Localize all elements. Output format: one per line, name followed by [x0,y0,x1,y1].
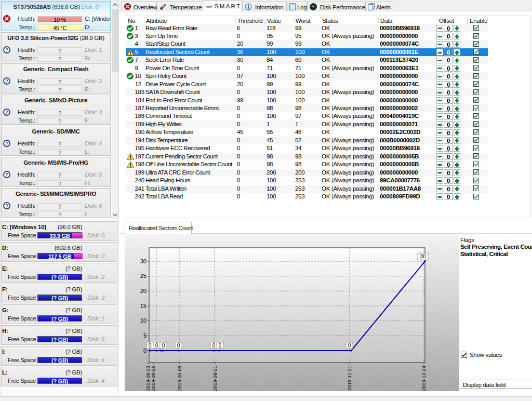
svg-text:2019-09-05: 2019-09-05 [177,366,182,391]
svg-text:0: 0 [155,343,158,349]
svg-text:0: 0 [162,343,165,349]
svg-text:2019-09-21: 2019-09-21 [212,366,218,391]
svg-text:0: 0 [212,343,216,349]
svg-text:2019-11-21: 2019-11-21 [347,366,352,391]
svg-text:0: 0 [177,343,180,349]
svg-text:2019-08-26: 2019-08-26 [150,366,156,391]
svg-text:0: 0 [143,347,147,354]
svg-text:20: 20 [140,288,147,294]
svg-text:30: 30 [420,253,426,259]
svg-text:25: 25 [140,273,147,279]
svg-text:2019-12-24: 2019-12-24 [421,366,427,391]
svg-text:15: 15 [140,303,147,309]
svg-text:0: 0 [348,343,351,349]
svg-text:5: 5 [143,332,147,339]
svg-text:0: 0 [219,343,222,349]
svg-text:10: 10 [140,317,147,324]
svg-text:30: 30 [140,258,147,264]
svg-text:0: 0 [149,343,152,349]
